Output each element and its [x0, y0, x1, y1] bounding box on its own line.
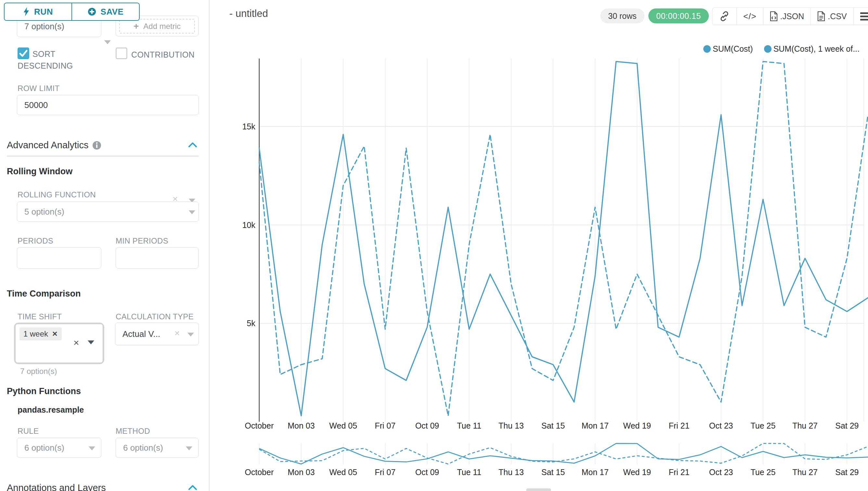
rule-select[interactable]: 6 option(s) — [17, 438, 101, 458]
svg-text:October: October — [245, 468, 274, 477]
chevron-down-icon — [89, 446, 95, 450]
svg-text:Oct 09: Oct 09 — [415, 468, 439, 477]
section-divider — [7, 156, 199, 156]
svg-text:Oct 23: Oct 23 — [709, 468, 733, 477]
periods-label: PERIODS — [18, 236, 53, 246]
chevron-down-icon — [104, 40, 111, 44]
svg-text:Tue 11: Tue 11 — [457, 468, 482, 477]
time-shift-select[interactable]: 1 week ✕ × — [15, 323, 103, 363]
collapse-chevron-up-icon[interactable] — [188, 142, 197, 148]
add-metric-button[interactable]: + Add metric — [119, 19, 195, 33]
svg-text:Sat 15: Sat 15 — [541, 468, 565, 477]
python-functions-title: Python Functions — [7, 386, 81, 396]
svg-text:Tue 25: Tue 25 — [750, 468, 775, 477]
time-shift-tag-label: 1 week — [23, 329, 48, 339]
controls-sidebar: 7 option(s) + Add metric RUN SAVE SOR — [0, 0, 210, 491]
chevron-down-icon — [187, 333, 194, 337]
svg-text:October: October — [245, 421, 274, 430]
row-limit-select[interactable]: 50000 × — [17, 95, 199, 115]
svg-text:Oct 09: Oct 09 — [415, 421, 439, 430]
method-value: 6 option(s) — [116, 443, 163, 453]
row-limit-label: ROW LIMIT — [18, 84, 59, 93]
rolling-function-label: ROLLING FUNCTION — [18, 190, 96, 199]
svg-text:Fri 21: Fri 21 — [669, 468, 689, 477]
svg-text:Fri 21: Fri 21 — [669, 421, 689, 430]
tag-remove-icon[interactable]: ✕ — [52, 330, 58, 338]
annotations-title: Annotations and Layers — [7, 483, 106, 491]
run-button[interactable]: RUN — [4, 3, 71, 20]
save-button[interactable]: SAVE — [71, 3, 139, 20]
svg-text:Wed 19: Wed 19 — [623, 468, 651, 477]
svg-text:Mon 03: Mon 03 — [288, 421, 315, 430]
sort-descending-checkbox[interactable] — [18, 48, 29, 59]
chevron-down-icon — [88, 341, 94, 344]
plus-circle-icon — [88, 7, 96, 16]
data-table-drag-handle[interactable] — [526, 488, 551, 491]
advanced-analytics-title: Advanced Analytics — [7, 140, 88, 150]
svg-text:Mon 17: Mon 17 — [582, 421, 609, 430]
svg-text:Fri 07: Fri 07 — [375, 421, 396, 430]
periods-input[interactable] — [17, 247, 101, 268]
rolling-window-title: Rolling Window — [7, 167, 72, 177]
row-limit-value: 50000 — [17, 100, 48, 110]
svg-text:Sat 29: Sat 29 — [835, 468, 859, 477]
metric-select-value: 7 option(s) — [17, 22, 64, 32]
min-periods-label: MIN PERIODS — [116, 236, 168, 246]
time-shift-label: TIME SHIFT — [18, 312, 62, 321]
chevron-down-icon — [189, 210, 195, 214]
svg-text:Tue 11: Tue 11 — [457, 421, 482, 430]
explore-page: 7 option(s) + Add metric RUN SAVE SOR — [0, 0, 868, 491]
chevron-down-icon — [186, 446, 192, 450]
pandas-resample-label: pandas.resample — [18, 405, 84, 414]
svg-text:Sat 29: Sat 29 — [835, 421, 859, 430]
check-icon — [18, 48, 29, 59]
add-metric-label: Add metric — [143, 22, 181, 31]
run-save-button-group: RUN SAVE — [4, 3, 140, 21]
calculation-type-value: Actual V... — [115, 329, 160, 339]
svg-text:Tue 25: Tue 25 — [750, 421, 775, 430]
sort-descending-label-line2: DESCENDING — [18, 61, 73, 70]
sort-descending-label-line1: SORT — [32, 50, 56, 59]
rolling-function-select[interactable]: 5 option(s) — [17, 202, 199, 222]
clear-icon[interactable]: × — [73, 337, 79, 348]
svg-text:Wed 19: Wed 19 — [623, 421, 651, 430]
time-shift-helper: 7 option(s) — [20, 367, 57, 376]
svg-text:Wed 05: Wed 05 — [330, 421, 357, 430]
rule-value: 6 option(s) — [17, 443, 64, 453]
chart-plot-area[interactable] — [259, 59, 868, 422]
svg-text:Mon 17: Mon 17 — [582, 468, 609, 477]
time-shift-select-focus-ring: 1 week ✕ × — [14, 323, 104, 364]
collapse-chevron-up-icon[interactable] — [188, 485, 197, 490]
svg-text:Wed 05: Wed 05 — [330, 468, 357, 477]
time-shift-tag: 1 week ✕ — [20, 327, 62, 341]
svg-text:Thu 27: Thu 27 — [792, 421, 818, 430]
mini-chart-brush-area[interactable] — [259, 443, 868, 464]
time-comparison-title: Time Comparison — [7, 289, 81, 299]
svg-text:5k: 5k — [247, 319, 256, 328]
calculation-type-label: CALCULATION TYPE — [116, 312, 194, 321]
rolling-function-value: 5 option(s) — [17, 207, 64, 217]
svg-text:Thu 27: Thu 27 — [792, 468, 818, 477]
chart-panel: - untitled 30 rows 00:00:00.15 </> .JSON — [210, 0, 868, 491]
rule-label: RULE — [18, 427, 39, 436]
svg-text:Sat 15: Sat 15 — [541, 421, 565, 430]
svg-text:Fri 07: Fri 07 — [375, 468, 396, 477]
svg-text:Mon 03: Mon 03 — [288, 468, 315, 477]
calculation-type-select[interactable]: Actual V... × — [115, 323, 199, 345]
contribution-checkbox[interactable] — [116, 48, 127, 59]
svg-text:Oct 23: Oct 23 — [709, 421, 733, 430]
info-icon — [92, 141, 101, 150]
svg-text:15k: 15k — [242, 122, 256, 131]
advanced-analytics-header: Advanced Analytics — [7, 140, 101, 150]
contribution-label: CONTRIBUTION — [131, 50, 194, 59]
method-select[interactable]: 6 option(s) — [116, 438, 198, 458]
svg-text:10k: 10k — [242, 221, 256, 230]
min-periods-input[interactable] — [116, 247, 198, 268]
method-label: METHOD — [116, 427, 150, 436]
lightning-icon — [23, 7, 30, 16]
plus-icon: + — [133, 21, 139, 32]
clear-icon[interactable]: × — [175, 329, 180, 338]
svg-text:Thu 13: Thu 13 — [499, 421, 524, 430]
svg-text:Thu 13: Thu 13 — [499, 468, 524, 477]
